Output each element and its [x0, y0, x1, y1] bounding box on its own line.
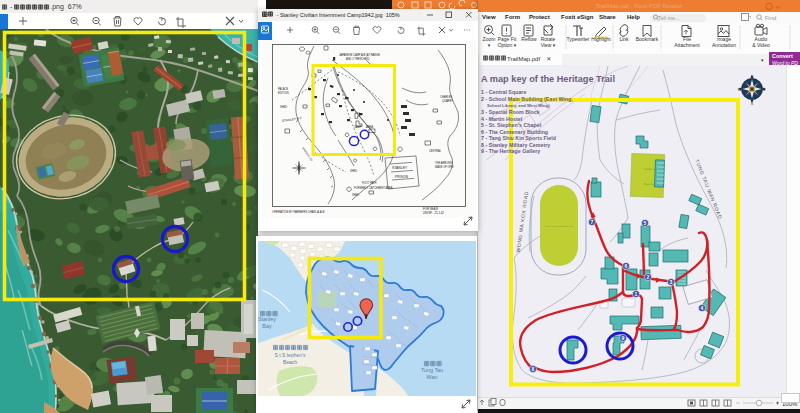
svg-text:6: 6	[625, 263, 628, 269]
svg-text:AREA: AREA	[366, 125, 373, 129]
svg-text:Bookmark: Bookmark	[636, 36, 659, 42]
svg-text:Bay: Bay	[262, 323, 272, 329]
svg-text:& Video: & Video	[752, 42, 770, 48]
svg-text:7: 7	[591, 219, 594, 225]
svg-text:PRISON: PRISON	[395, 175, 409, 179]
svg-text:SHED: SHED	[352, 193, 359, 197]
svg-text:2: 2	[647, 274, 650, 280]
svg-text:S t.S tephen's: S t.S tephen's	[275, 352, 306, 358]
svg-text:SHED: SHED	[350, 169, 357, 173]
svg-text:1 - Central Square: 1 - Central Square	[481, 89, 526, 95]
svg-text:Typewriter: Typewriter	[566, 36, 589, 42]
svg-text:Tung Tau: Tung Tau	[421, 367, 443, 373]
svg-text:View ▾: View ▾	[541, 42, 556, 48]
svg-text:EDITION: EDITION	[278, 91, 289, 95]
svg-text:A map key of the Heritage Trai: A map key of the Heritage Trail	[481, 74, 615, 84]
svg-text:SHED: SHED	[280, 105, 287, 109]
svg-text:▾: ▾	[488, 42, 491, 48]
svg-text:CAMP: CAMP	[354, 125, 362, 129]
svg-text:STANLEY: STANLEY	[392, 166, 408, 170]
svg-text:Reflow: Reflow	[521, 36, 537, 42]
svg-text:Attachment: Attachment	[674, 42, 700, 48]
svg-text:Highlight: Highlight	[591, 36, 611, 42]
svg-text:Beach: Beach	[283, 359, 297, 365]
svg-text:PALACE: PALACE	[278, 87, 288, 91]
svg-text:Link: Link	[619, 36, 629, 42]
svg-text:MADE OF OPM: MADE OF OPM	[435, 165, 453, 169]
svg-text:Tang Shiu Kin sports field: Tang Shiu Kin sports field	[545, 225, 574, 228]
svg-text:OPERATION BY FARMERS CHAN, A: OPERATION BY FARMERS CHAN, A.A.B	[272, 210, 324, 214]
svg-text:3: 3	[670, 279, 673, 285]
svg-text:3 - Special Room Block: 3 - Special Room Block	[481, 109, 540, 115]
svg-text:JAPANESE CAMP A/B (AT RANGE: JAPANESE CAMP A/B (AT RANGE	[339, 53, 380, 57]
svg-text:AND 2 TRENCHES): AND 2 TRENCHES)	[346, 57, 370, 61]
svg-text:8: 8	[532, 366, 535, 372]
svg-text:CHARLES: CHARLES	[440, 95, 453, 99]
svg-text:9: 9	[622, 335, 625, 341]
svg-text:FOOT PATH: FOOT PATH	[362, 181, 377, 185]
svg-text:1: 1	[635, 291, 638, 297]
svg-text:Option ▾: Option ▾	[498, 42, 517, 48]
svg-text:CENTRAL: CENTRAL	[429, 149, 442, 153]
svg-text:5: 5	[644, 220, 647, 226]
svg-text:9 - The Heritage Gallery: 9 - The Heritage Gallery	[481, 148, 540, 154]
svg-text:Annotation: Annotation	[712, 42, 736, 48]
svg-text:FORMERLY CATCHMENT AREA: FORMERLY CATCHMENT AREA	[354, 186, 393, 190]
svg-text:Stanley: Stanley	[258, 316, 276, 322]
svg-text:5 - St. Stephen's Chapel: 5 - St. Stephen's Chapel	[481, 122, 542, 128]
svg-text:283/SF - 25.1.42: 283/SF - 25.1.42	[423, 211, 444, 215]
svg-text:7 - Tang Shiu Kin Sports Field: 7 - Tang Shiu Kin Sports Field	[481, 135, 556, 141]
svg-text:THE ARROWS: THE ARROWS	[435, 161, 453, 165]
svg-text:School Library, and West Wing): School Library, and West Wing)	[487, 103, 550, 108]
svg-text:QUARRY: QUARRY	[442, 99, 453, 103]
svg-text:Wan: Wan	[427, 374, 438, 380]
svg-text:2 - School Main Building (East: 2 - School Main Building (East Wing,	[481, 96, 573, 102]
svg-text:Open field: Open field	[644, 183, 656, 186]
svg-text:4: 4	[701, 305, 704, 311]
